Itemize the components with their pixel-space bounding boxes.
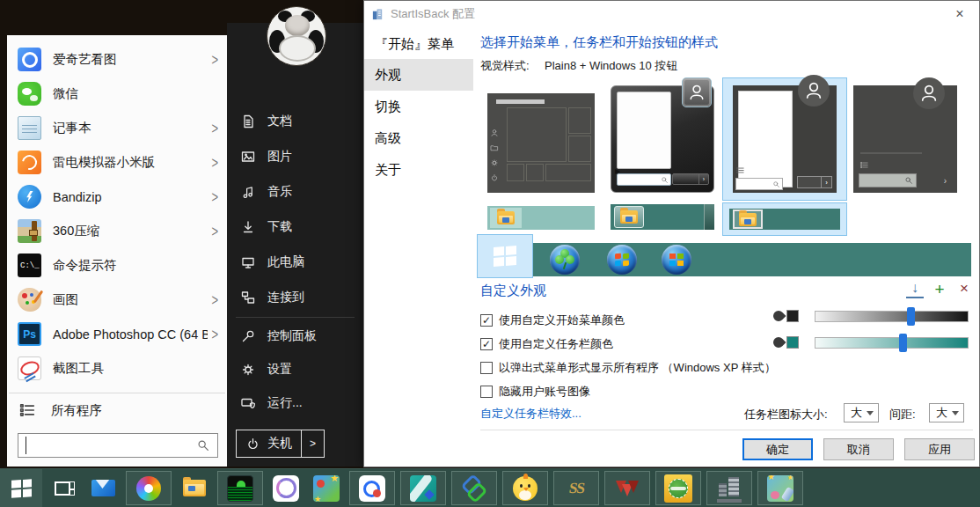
ok-button[interactable]: 确定	[742, 438, 813, 460]
nav-item-start-menu[interactable]: 『开始』菜单	[364, 33, 473, 55]
apply-button[interactable]: 应用	[904, 438, 975, 460]
startmenu-color-swatch[interactable]	[786, 310, 799, 322]
shutdown-button[interactable]: 关机 >	[236, 430, 325, 458]
page-title: 选择开始菜单，任务栏和开始按钮的样式	[480, 34, 718, 51]
style-preview-aero[interactable]: ▶ ›	[611, 85, 714, 193]
app-item-photoshop[interactable]: Ps Adobe Photoshop CC (64 Bit) >	[7, 317, 227, 351]
visual-style-value: Plain8 + Windows 10 按钮	[545, 58, 677, 74]
add-style-icon[interactable]: +	[931, 280, 948, 299]
desktop: 爱奇艺看图 > 微信 记事本 > 雷电模拟器小米版 > Bandizip	[0, 0, 980, 507]
taskbar-chick-app-button[interactable]	[502, 471, 548, 505]
taskbar-start-button[interactable]	[0, 469, 42, 507]
taskbar-browser-button[interactable]	[126, 471, 172, 505]
checkbox-custom-startmenu-color[interactable]: ✓ 使用自定义开始菜单颜色	[480, 312, 625, 328]
folder-icon	[614, 206, 644, 228]
place-control-panel[interactable]: 控制面板	[227, 320, 363, 353]
start-button-square-flag-orb[interactable]	[662, 245, 691, 275]
start-button-win10-selected[interactable]	[477, 234, 533, 278]
search-input[interactable]	[26, 437, 196, 454]
startmenu-color-slider[interactable]	[815, 311, 969, 322]
taskbar-game-tools-button[interactable]: ★★	[757, 471, 803, 505]
taskbar-ss-tool-button[interactable]: SS	[553, 471, 599, 505]
slider-handle[interactable]	[899, 334, 907, 352]
taskbar-effects-link[interactable]: 自定义任务栏特效...	[480, 406, 581, 422]
all-programs-icon	[859, 160, 869, 170]
checkbox-icon[interactable]	[480, 386, 493, 398]
taskbar-red-w-button[interactable]	[604, 471, 650, 505]
app-item-iqiyi[interactable]: 爱奇艺看图 >	[7, 42, 227, 77]
nav-item-about[interactable]: 关于	[364, 154, 473, 186]
app-item-wechat[interactable]: 微信	[7, 77, 227, 111]
download-style-icon[interactable]: ↓	[906, 280, 924, 298]
taskbar-game-stars-button[interactable]: ★★	[306, 469, 347, 507]
taskbar-color-slider[interactable]	[815, 337, 969, 349]
slider-handle[interactable]	[907, 307, 915, 326]
taskbar-color-swatch[interactable]	[786, 336, 799, 349]
netdisk-icon	[359, 475, 385, 502]
search-icon	[859, 173, 917, 187]
photoshop-icon: Ps	[18, 322, 41, 346]
checkbox-icon[interactable]: ✓	[480, 314, 493, 327]
place-downloads[interactable]: 下载	[227, 209, 363, 245]
taskbar-task-view-button[interactable]	[42, 469, 83, 507]
app-item-snipping-tool[interactable]: 截图工具	[7, 351, 227, 386]
place-music[interactable]: 音乐	[227, 174, 363, 209]
taskbar-ring-app-button[interactable]	[266, 469, 306, 507]
icon-size-dropdown[interactable]: 大	[844, 403, 879, 422]
taskbar-building-app-button[interactable]	[706, 471, 752, 505]
task-view-icon	[55, 481, 70, 496]
place-connect-to[interactable]: 连接到	[227, 280, 363, 315]
red-w-icon	[616, 481, 639, 496]
checkbox-icon[interactable]	[480, 362, 493, 374]
taskbar-preview-metro[interactable]	[487, 206, 595, 230]
app-item-cmd[interactable]: C:\_ 命令提示符	[7, 248, 227, 283]
taskbar-chain-link-button[interactable]	[451, 471, 497, 505]
app-item-bandizip[interactable]: Bandizip >	[7, 180, 227, 214]
ld-emulator-icon	[18, 151, 41, 174]
windows-logo-icon	[11, 479, 32, 498]
nav-item-appearance[interactable]: 外观	[364, 59, 473, 91]
remove-style-icon[interactable]: ×	[955, 280, 973, 298]
app-item-360zip[interactable]: 360压缩 >	[7, 214, 227, 248]
checkbox-xp-style-menu[interactable]: 以弹出式菜单形式显示所有程序 （Windows XP 样式）	[480, 360, 776, 376]
taskbar-preview-aero[interactable]	[611, 204, 714, 230]
spacing-dropdown[interactable]: 大	[929, 403, 964, 422]
app-item-ld-emulator[interactable]: 雷电模拟器小米版 >	[7, 145, 227, 180]
place-run[interactable]: 运行...	[227, 386, 363, 420]
app-item-paint[interactable]: 画图 >	[7, 283, 227, 317]
color-drop-icon	[772, 309, 786, 324]
user-avatar-preview	[682, 77, 712, 107]
taskbar-android-emulator-button[interactable]	[217, 471, 263, 505]
style-preview-flat[interactable]: ›	[853, 85, 957, 193]
place-pictures[interactable]: 图片	[227, 139, 363, 174]
nav-item-advanced[interactable]: 高级	[364, 122, 473, 154]
place-settings[interactable]: 设置	[227, 353, 363, 386]
style-preview-plain8-selected[interactable]: ›	[722, 77, 847, 201]
nav-item-switching[interactable]: 切换	[364, 91, 473, 122]
pictures-icon	[239, 148, 257, 165]
taskbar-mail-button[interactable]	[83, 469, 123, 507]
app-item-notepad[interactable]: 记事本 >	[7, 111, 227, 145]
place-documents[interactable]: 文档	[227, 104, 363, 139]
cancel-button[interactable]: 取消	[823, 438, 894, 460]
start-button-clover-orb[interactable]	[550, 245, 580, 275]
user-avatar-preview	[798, 75, 830, 107]
taskbar-remote-app-button[interactable]	[400, 471, 446, 505]
taskbar-preview-plain8-selected[interactable]	[722, 202, 847, 236]
style-preview-metro[interactable]	[487, 93, 595, 193]
user-avatar[interactable]	[267, 6, 326, 66]
checkbox-icon[interactable]: ✓	[480, 338, 493, 350]
taskbar-file-explorer-button[interactable]	[174, 469, 215, 507]
search-box	[18, 433, 218, 458]
iqiyi-viewer-icon	[18, 48, 41, 71]
color-drop-icon	[772, 335, 786, 350]
checkbox-custom-taskbar-color[interactable]: ✓ 使用自定义任务栏颜色	[480, 336, 613, 352]
checkbox-hide-user-picture[interactable]: 隐藏用户账号图像	[480, 384, 590, 400]
shutdown-options-arrow[interactable]: >	[301, 430, 324, 457]
snipping-tool-icon	[18, 356, 41, 380]
taskbar-netdisk-button[interactable]	[349, 471, 395, 505]
start-button-win7-orb[interactable]	[607, 245, 637, 275]
place-this-pc[interactable]: 此电脑	[227, 245, 363, 280]
taskbar-game-globe-button[interactable]	[655, 471, 701, 505]
all-programs-button[interactable]: 所有程序	[7, 395, 227, 425]
